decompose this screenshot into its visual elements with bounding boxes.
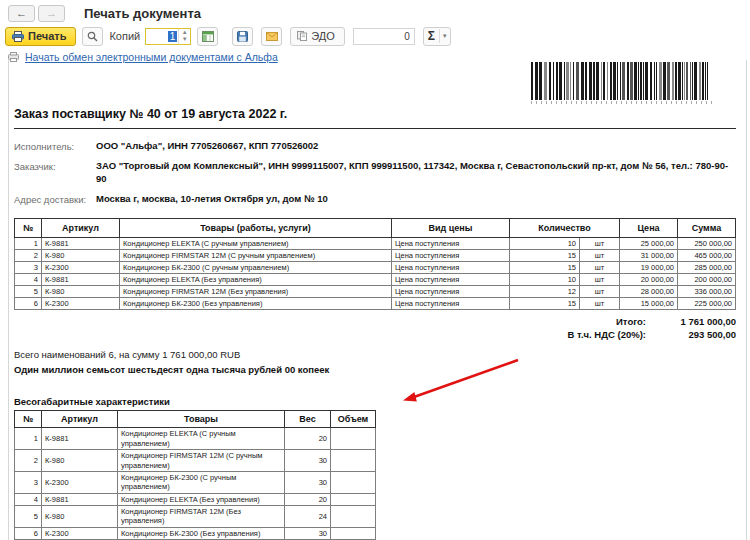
table-row: 3К-2300Кондиционер БК-2300 (С ручным упр… [15, 471, 376, 493]
table-cell: 31 000,00 [620, 250, 678, 262]
field-label: Исполнитель: [14, 140, 96, 152]
magnifier-icon [87, 31, 98, 42]
edo-button-label: ЭДО [311, 30, 335, 42]
table-cell: Цена поступления [392, 286, 510, 298]
table-cell: К-9881 [42, 274, 120, 286]
table-cell: К-9881 [42, 428, 118, 450]
col-quantity: Количество [510, 219, 620, 238]
table-cell: 10 [510, 238, 580, 250]
table-cell: 6 [15, 527, 42, 539]
table-cell: 15 [510, 298, 580, 310]
table-cell: Кондиционер ELEKTA (Без управления) [120, 274, 392, 286]
chevron-down-icon: ▾ [440, 32, 447, 40]
table-cell: 15 000,00 [620, 298, 678, 310]
title-divider [14, 128, 736, 129]
table-cell: 4 [15, 493, 42, 505]
table-cell: 19 000,00 [620, 262, 678, 274]
table-row: 6К-2300Кондиционер БК-2300 (Без управлен… [15, 298, 736, 310]
table-cell: 15 [510, 250, 580, 262]
table-cell: Цена поступления [392, 238, 510, 250]
field-label: Заказчик: [14, 160, 96, 185]
table-cell: 30 [285, 471, 331, 493]
table-cell: К-2300 [42, 527, 118, 539]
print-button[interactable]: Печать [5, 27, 76, 46]
weight-table: № Артикул Товары Вес Объем 1К-9881Кондиц… [14, 410, 376, 540]
table-cell: 30 [285, 450, 331, 472]
email-button[interactable] [261, 27, 282, 46]
barcode-subtext [531, 101, 712, 104]
col-price: Цена [620, 219, 678, 238]
table-cell: 20 [285, 493, 331, 505]
preview-button[interactable] [82, 27, 103, 46]
table-cell: 30 [285, 527, 331, 539]
col-number: № [15, 411, 42, 428]
table-row: 1К-9881Кондиционер ELEKTA (С ручным упра… [15, 238, 736, 250]
col-article: Артикул [42, 411, 118, 428]
save-button[interactable] [232, 27, 253, 46]
print-settings-button[interactable] [197, 27, 218, 46]
table-cell: К-2300 [42, 471, 118, 493]
field-customer: Заказчик: ЗАО "Торговый дом Комплексный"… [14, 160, 736, 185]
table-cell: Цена поступления [392, 250, 510, 262]
stepper-down-icon[interactable]: ▼ [179, 36, 190, 44]
table-row: 1К-9881Кондиционер ELEKTA (С ручным упра… [15, 428, 376, 450]
table-cell: шт [580, 298, 620, 310]
table-cell: 225 000,00 [678, 298, 736, 310]
table-cell: Кондиционер ELEKTA (Без управления) [118, 493, 285, 505]
field-executor: Исполнитель: ООО "Альфа", ИНН 7705260667… [14, 140, 736, 152]
table-cell: Цена поступления [392, 298, 510, 310]
vat-label: В т.ч. НДС (20%): [568, 329, 646, 340]
total-label: Итого: [616, 316, 646, 327]
field-value: ЗАО "Торговый дом Комплексный", ИНН 9999… [96, 160, 736, 185]
table-cell: Кондиционер FIRMSTAR 12М (С ручным управ… [118, 450, 285, 472]
table-cell: К-9881 [42, 493, 118, 505]
table-cell: 12 [510, 286, 580, 298]
table-cell: 336 000,00 [678, 286, 736, 298]
table-cell [331, 493, 376, 505]
envelope-icon [266, 32, 278, 41]
table-cell: Кондиционер ELEKTA (С ручным управлением… [120, 238, 392, 250]
table-cell: 25 000,00 [620, 238, 678, 250]
back-button[interactable]: ← [8, 5, 35, 22]
copies-input[interactable]: 1 ▲ ▼ [145, 28, 191, 45]
table-cell: К-980 [42, 286, 120, 298]
counter-field[interactable] [353, 28, 415, 45]
stepper-up-icon[interactable]: ▲ [179, 29, 190, 37]
table-cell: 1 [15, 238, 42, 250]
print-button-label: Печать [28, 30, 66, 42]
table-row: 4К-9881Кондиционер ELEKTA (Без управлени… [15, 493, 376, 505]
table-cell: 2 [15, 450, 42, 472]
table-cell: К-980 [42, 506, 118, 528]
table-cell: 24 [285, 506, 331, 528]
edo-exchange-icon [297, 31, 307, 41]
table-cell: шт [580, 274, 620, 286]
table-row: 5К-980Кондиционер FIRMSTAR 12М (Без упра… [15, 286, 736, 298]
table-cell: К-2300 [42, 262, 120, 274]
total-value: 1 761 000,00 [646, 316, 736, 327]
col-goods: Товары [118, 411, 285, 428]
forward-button[interactable]: → [38, 5, 65, 22]
table-cell: Кондиционер FIRMSTAR 12М (Без управления… [120, 286, 392, 298]
goods-table: № Артикул Товары (работы, услуги) Вид це… [14, 218, 736, 310]
copies-stepper[interactable]: ▲ ▼ [178, 29, 190, 44]
table-cell: 285 000,00 [678, 262, 736, 274]
table-cell: Кондиционер БК-2300 (С ручным управление… [118, 471, 285, 493]
toolbar: Печать Копий 1 ▲ ▼ [0, 25, 750, 47]
col-article: Артикул [42, 219, 120, 238]
sum-button[interactable]: Σ ▾ [423, 27, 452, 46]
table-cell [331, 450, 376, 472]
table-cell: шт [580, 238, 620, 250]
edo-button[interactable]: ЭДО [290, 27, 345, 46]
total-row: Итого: 1 761 000,00 [14, 316, 736, 327]
table-cell: Кондиционер БК-2300 (Без управления) [120, 298, 392, 310]
table-cell: Цена поступления [392, 274, 510, 286]
table-row: 6К-2300Кондиционер БК-2300 (Без управлен… [15, 527, 376, 539]
table-cell: 15 [510, 262, 580, 274]
col-volume: Объем [331, 411, 376, 428]
table-cell: 3 [15, 262, 42, 274]
table-cell: шт [580, 286, 620, 298]
table-cell [331, 471, 376, 493]
field-delivery-address: Адрес доставки: Москва г, москва, 10-лет… [14, 193, 736, 205]
table-cell [331, 506, 376, 528]
totals-block: Итого: 1 761 000,00 В т.ч. НДС (20%): 29… [14, 316, 736, 340]
